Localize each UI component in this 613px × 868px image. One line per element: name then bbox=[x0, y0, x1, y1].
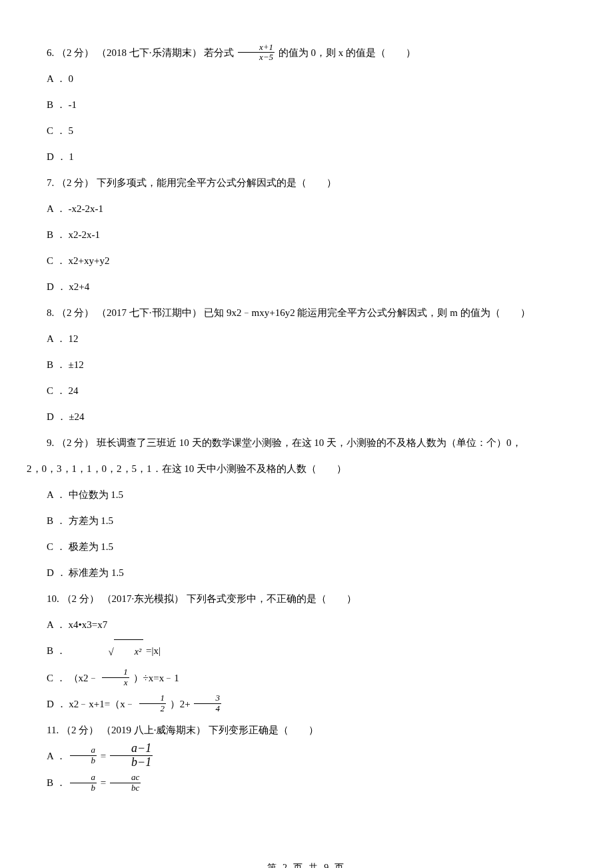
q10-d-mid: ）2+ bbox=[170, 699, 193, 709]
q11-b-f1-den: b bbox=[70, 783, 97, 793]
q11-b-f1-num: a bbox=[70, 773, 97, 783]
q9-stem-line1: 9. （2 分） 班长调查了三班近 10 天的数学课堂小测验，在这 10 天，小… bbox=[27, 430, 586, 456]
q10-d-f1-den: 2 bbox=[139, 704, 167, 713]
q7-option-c: C ． x2+xy+y2 bbox=[27, 248, 586, 274]
q6-option-c: C ． 5 bbox=[27, 118, 586, 144]
q10-d-f2-num: 3 bbox=[194, 693, 221, 703]
question-10: 10. （2 分） （2017·东光模拟） 下列各式变形中，不正确的是（ ） A… bbox=[27, 586, 586, 717]
q10-c-after: ）÷x=x﹣1 bbox=[133, 673, 179, 683]
q11-option-b: B ． a b = ac bc bbox=[27, 770, 586, 796]
q11-b-f2-den: bc bbox=[110, 783, 141, 793]
fraction-icon: x+1 x−5 bbox=[238, 43, 275, 63]
q6-option-d: D ． 1 bbox=[27, 144, 586, 170]
q10-d-f2-den: 4 bbox=[194, 704, 221, 713]
q11-option-a: A ． a b = a−1 b−1 bbox=[27, 743, 586, 771]
q10-d-f1-num: 1 bbox=[139, 693, 167, 703]
q11-b-before: B ． bbox=[47, 777, 69, 788]
q6-frac-num: x+1 bbox=[238, 43, 275, 53]
fraction-icon: a−1 b−1 bbox=[110, 742, 153, 769]
q10-c-den: x bbox=[102, 678, 129, 687]
question-11: 11. （2 分） （2019 八上·威海期末） 下列变形正确是（ ） A ． … bbox=[27, 717, 586, 797]
q7-option-d: D ． x2+4 bbox=[27, 274, 586, 300]
q8-option-d: D ． ±24 bbox=[27, 404, 586, 430]
q6-option-b: B ． -1 bbox=[27, 92, 586, 118]
q10-b-sqrt: x² bbox=[114, 639, 143, 664]
q8-option-b: B ． ±12 bbox=[27, 352, 586, 378]
q7-option-a: A ． -x2-2x-1 bbox=[27, 196, 586, 222]
q9-stem-line2: 2，0，3，1，1，0，2，5，1．在这 10 天中小测验不及格的人数（ ） bbox=[27, 456, 586, 482]
question-6: 6. （2 分） （2018 七下·乐清期末） 若分式 x+1 x−5 的值为 … bbox=[27, 40, 586, 170]
page-footer: 第 2 页 共 9 页 bbox=[27, 856, 586, 868]
fraction-icon: 1 x bbox=[102, 667, 129, 687]
question-8: 8. （2 分） （2017 七下·邗江期中） 已知 9x2﹣mxy+16y2 … bbox=[27, 300, 586, 430]
radical-icon: √ bbox=[89, 639, 114, 665]
fraction-icon: 1 2 bbox=[139, 693, 167, 713]
q10-option-b: B ． √x² =|x| bbox=[27, 638, 586, 665]
question-9: 9. （2 分） 班长调查了三班近 10 天的数学课堂小测验，在这 10 天，小… bbox=[27, 430, 586, 586]
q10-option-c: C ． （x2﹣ 1 x ）÷x=x﹣1 bbox=[27, 665, 586, 691]
q6-option-a: A ． 0 bbox=[27, 66, 586, 92]
q11-b-eq: = bbox=[101, 777, 109, 788]
q10-b-before: B ． bbox=[47, 645, 69, 656]
question-7: 7. （2 分） 下列多项式，能用完全平方公式分解因式的是（ ） A ． -x2… bbox=[27, 170, 586, 300]
fraction-icon: ac bc bbox=[110, 773, 141, 793]
q11-a-f2-num: a−1 bbox=[110, 742, 153, 756]
q11-a-f1-num: a bbox=[70, 745, 97, 755]
page-content: 6. （2 分） （2018 七下·乐清期末） 若分式 x+1 x−5 的值为 … bbox=[0, 0, 613, 868]
q7-stem: 7. （2 分） 下列多项式，能用完全平方公式分解因式的是（ ） bbox=[27, 170, 586, 196]
q10-stem: 10. （2 分） （2017·东光模拟） 下列各式变形中，不正确的是（ ） bbox=[27, 586, 586, 612]
sqrt-icon: √x² bbox=[69, 639, 144, 665]
fraction-icon: a b bbox=[70, 745, 97, 765]
q9-option-c: C ． 极差为 1.5 bbox=[27, 534, 586, 560]
q8-stem: 8. （2 分） （2017 七下·邗江期中） 已知 9x2﹣mxy+16y2 … bbox=[27, 300, 586, 326]
fraction-icon: a b bbox=[70, 773, 97, 793]
q11-a-f1-den: b bbox=[70, 756, 97, 765]
q6-stem-after: 的值为 0，则 x 的值是（ ） bbox=[279, 47, 416, 58]
q10-b-after: =|x| bbox=[146, 645, 161, 656]
q10-option-d: D ． x2﹣x+1=（x﹣ 1 2 ）2+ 3 4 bbox=[27, 691, 586, 717]
q11-b-f2-num: ac bbox=[110, 773, 141, 783]
q6-frac-den: x−5 bbox=[238, 53, 275, 62]
q6-stem: 6. （2 分） （2018 七下·乐清期末） 若分式 x+1 x−5 的值为 … bbox=[27, 40, 586, 66]
q8-option-c: C ． 24 bbox=[27, 378, 586, 404]
q9-option-d: D ． 标准差为 1.5 bbox=[27, 560, 586, 586]
q11-a-f2-den: b−1 bbox=[110, 756, 153, 769]
q10-option-a: A ． x4•x3=x7 bbox=[27, 612, 586, 638]
q11-a-eq: = bbox=[101, 751, 109, 761]
q9-option-b: B ． 方差为 1.5 bbox=[27, 508, 586, 534]
fraction-icon: 3 4 bbox=[194, 693, 221, 713]
q10-c-before: C ． （x2﹣ bbox=[47, 673, 101, 683]
q11-stem: 11. （2 分） （2019 八上·威海期末） 下列变形正确是（ ） bbox=[27, 717, 586, 743]
q9-option-a: A ． 中位数为 1.5 bbox=[27, 482, 586, 508]
q8-option-a: A ． 12 bbox=[27, 326, 586, 352]
q10-c-num: 1 bbox=[102, 667, 129, 677]
q6-stem-before: 6. （2 分） （2018 七下·乐清期末） 若分式 bbox=[47, 47, 237, 58]
q11-a-before: A ． bbox=[47, 751, 69, 761]
q7-option-b: B ． x2-2x-1 bbox=[27, 222, 586, 248]
q10-d-before: D ． x2﹣x+1=（x﹣ bbox=[47, 699, 138, 709]
